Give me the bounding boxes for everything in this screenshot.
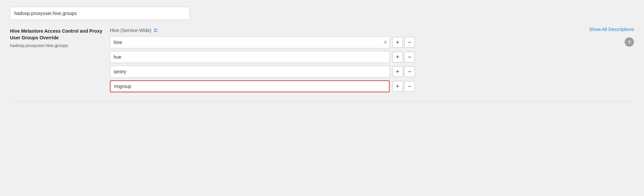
- field-wrapper-2: [110, 51, 390, 63]
- field-input-4[interactable]: [110, 80, 390, 92]
- field-row-2: + −: [110, 51, 634, 63]
- field-input-3[interactable]: [110, 66, 390, 78]
- help-icon[interactable]: ?: [625, 37, 634, 47]
- btn-group-3: + −: [392, 66, 415, 77]
- fields-column: Hive (Service-Wide) C ≡ + −: [110, 27, 634, 95]
- add-button-4[interactable]: +: [392, 81, 403, 92]
- remove-button-1[interactable]: −: [404, 37, 415, 48]
- show-all-descriptions-link[interactable]: Show All Descriptions: [589, 27, 634, 32]
- btn-group-4: + −: [392, 81, 415, 92]
- label-column: Hive Metastore Access Control and Proxy …: [10, 27, 110, 48]
- field-wrapper-4: [110, 80, 390, 92]
- remove-button-3[interactable]: −: [404, 66, 415, 77]
- remove-button-2[interactable]: −: [404, 52, 415, 62]
- remove-button-4[interactable]: −: [404, 81, 415, 92]
- page-wrapper: Hive Metastore Access Control and Proxy …: [0, 0, 644, 196]
- field-wrapper-1: ≡: [110, 36, 390, 48]
- service-label: Hive (Service-Wide): [110, 28, 151, 33]
- field-input-1[interactable]: [110, 36, 390, 48]
- field-wrapper-3: [110, 66, 390, 78]
- service-header: Hive (Service-Wide) C: [110, 27, 634, 33]
- content-row: Hive Metastore Access Control and Proxy …: [10, 27, 634, 95]
- property-key: hadoop.proxyuser.hive.groups: [10, 43, 110, 48]
- field-row-4: + −: [110, 80, 634, 92]
- search-row: [10, 7, 634, 20]
- search-input[interactable]: [10, 7, 190, 20]
- property-title: Hive Metastore Access Control and Proxy …: [10, 28, 110, 41]
- side-actions: Show All Descriptions ?: [589, 27, 634, 47]
- add-button-1[interactable]: +: [392, 37, 403, 48]
- add-button-2[interactable]: +: [392, 52, 403, 62]
- add-button-3[interactable]: +: [392, 66, 403, 77]
- btn-group-1: + −: [392, 37, 415, 48]
- btn-group-2: + −: [392, 52, 415, 62]
- field-input-2[interactable]: [110, 51, 390, 63]
- bottom-divider: [10, 102, 634, 102]
- refresh-icon[interactable]: C: [154, 27, 158, 33]
- field-row-3: + −: [110, 66, 634, 78]
- field-row-1: ≡ + −: [110, 36, 634, 48]
